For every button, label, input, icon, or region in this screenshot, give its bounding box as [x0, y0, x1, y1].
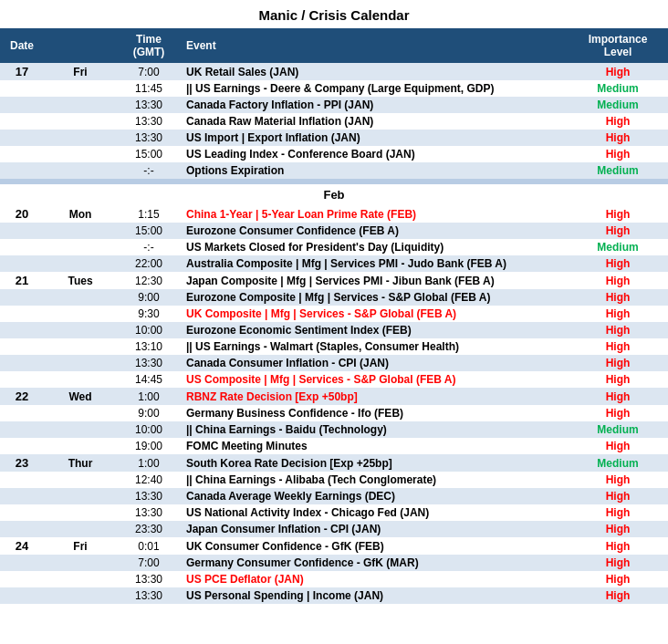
cell-date	[0, 521, 44, 537]
table-row: 9:00 Germany Business Confidence - Ifo (…	[0, 405, 668, 421]
cell-event: US Import | Export Inflation (JAN)	[181, 130, 568, 146]
cell-importance: High	[568, 488, 668, 504]
table-row: 11:45 || US Earnings - Deere & Company (…	[0, 80, 668, 97]
table-row: 10:00 || China Earnings - Baidu (Technol…	[0, 421, 668, 438]
cell-event: Canada Consumer Inflation - CPI (JAN)	[181, 355, 568, 371]
cell-event: Eurozone Consumer Confidence (FEB A)	[181, 223, 568, 239]
cell-day	[44, 472, 117, 488]
cell-time: 23:30	[117, 521, 181, 537]
month-label: Feb	[0, 184, 668, 205]
cell-day: Mon	[44, 205, 117, 223]
cell-day: Thur	[44, 454, 117, 472]
cell-day	[44, 521, 117, 537]
cell-time: 7:00	[117, 63, 181, 80]
cell-importance: Medium	[568, 239, 668, 255]
cell-date	[0, 322, 44, 338]
cell-time: 13:30	[117, 355, 181, 371]
cell-date: 17	[0, 63, 44, 80]
cell-event: Japan Composite | Mfg | Services PMI - J…	[181, 272, 568, 289]
cell-event: US Markets Closed for President's Day (L…	[181, 239, 568, 255]
cell-date: 21	[0, 272, 44, 289]
cell-date	[0, 371, 44, 388]
cell-importance: Medium	[568, 454, 668, 472]
cell-importance: High	[568, 537, 668, 555]
cell-importance: High	[568, 521, 668, 537]
cell-time: 1:00	[117, 454, 181, 472]
cell-time: 13:30	[117, 97, 181, 113]
cell-time: 9:30	[117, 306, 181, 322]
cell-time: 13:10	[117, 338, 181, 355]
cell-date: 24	[0, 537, 44, 555]
cell-day	[44, 322, 117, 338]
cell-date	[0, 338, 44, 355]
cell-time: -:-	[117, 239, 181, 255]
header-time: Time (GMT)	[117, 28, 181, 63]
page-title: Manic / Crisis Calendar	[0, 0, 668, 28]
cell-event: UK Consumer Confidence - GfK (FEB)	[181, 537, 568, 555]
cell-importance: High	[568, 338, 668, 355]
cell-date	[0, 571, 44, 587]
cell-event: RBNZ Rate Decision [Exp +50bp]	[181, 388, 568, 405]
cell-date: 23	[0, 454, 44, 472]
cell-date	[0, 587, 44, 604]
cell-day	[44, 587, 117, 604]
cell-date	[0, 504, 44, 521]
cell-day	[44, 97, 117, 113]
cell-event: Canada Raw Material Inflation (JAN)	[181, 113, 568, 130]
cell-time: 1:00	[117, 388, 181, 405]
cell-event: China 1-Year | 5-Year Loan Prime Rate (F…	[181, 205, 568, 223]
cell-day	[44, 355, 117, 371]
cell-time: 9:00	[117, 289, 181, 306]
table-row: 13:30 Canada Factory Inflation - PPI (JA…	[0, 97, 668, 113]
cell-time: 14:45	[117, 371, 181, 388]
cell-importance: High	[568, 255, 668, 272]
cell-importance: High	[568, 205, 668, 223]
cell-time: -:-	[117, 162, 181, 179]
cell-event: US National Activity Index - Chicago Fed…	[181, 504, 568, 521]
cell-day	[44, 306, 117, 322]
cell-day	[44, 289, 117, 306]
cell-importance: Medium	[568, 97, 668, 113]
cell-time: 12:30	[117, 272, 181, 289]
cell-event: || US Earnings - Walmart (Staples, Consu…	[181, 338, 568, 355]
cell-day	[44, 421, 117, 438]
cell-importance: High	[568, 405, 668, 421]
cell-importance: High	[568, 472, 668, 488]
cell-time: 13:30	[117, 504, 181, 521]
cell-event: Japan Consumer Inflation - CPI (JAN)	[181, 521, 568, 537]
cell-time: 1:15	[117, 205, 181, 223]
cell-importance: High	[568, 438, 668, 454]
table-row: 23:30 Japan Consumer Inflation - CPI (JA…	[0, 521, 668, 537]
cell-date: 22	[0, 388, 44, 405]
cell-day: Wed	[44, 388, 117, 405]
cell-event: US Leading Index - Conference Board (JAN…	[181, 146, 568, 162]
cell-event: FOMC Meeting Minutes	[181, 438, 568, 454]
table-row: 15:00 Eurozone Consumer Confidence (FEB …	[0, 223, 668, 239]
cell-event: Canada Factory Inflation - PPI (JAN)	[181, 97, 568, 113]
cell-date	[0, 223, 44, 239]
cell-importance: High	[568, 113, 668, 130]
cell-day: Fri	[44, 63, 117, 80]
table-row: 13:30 US Import | Export Inflation (JAN)…	[0, 130, 668, 146]
table-row: 13:30 US PCE Deflator (JAN) High	[0, 571, 668, 587]
cell-date	[0, 255, 44, 272]
cell-date	[0, 239, 44, 255]
cell-importance: High	[568, 355, 668, 371]
cell-date	[0, 113, 44, 130]
cell-date	[0, 162, 44, 179]
cell-time: 0:01	[117, 537, 181, 555]
cell-importance: Medium	[568, 80, 668, 97]
cell-date	[0, 306, 44, 322]
table-row: 12:40 || China Earnings - Alibaba (Tech …	[0, 472, 668, 488]
cell-day	[44, 438, 117, 454]
cell-time: 13:30	[117, 587, 181, 604]
table-row: 13:30 Canada Consumer Inflation - CPI (J…	[0, 355, 668, 371]
cell-day	[44, 80, 117, 97]
cell-importance: High	[568, 587, 668, 604]
cell-date	[0, 421, 44, 438]
table-row: 14:45 US Composite | Mfg | Services - S&…	[0, 371, 668, 388]
cell-day	[44, 130, 117, 146]
calendar-table: Date Time (GMT) Event Importance Level 1…	[0, 28, 668, 604]
header-event: Event	[181, 28, 568, 63]
header-date: Date	[0, 28, 44, 63]
